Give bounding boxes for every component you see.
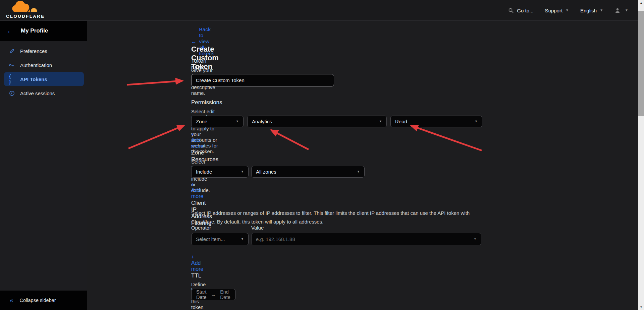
operator-label: Operator <box>191 225 211 231</box>
key-icon <box>9 62 15 68</box>
back-arrow-icon[interactable]: ← <box>7 27 14 35</box>
scrollbar: ▲ ▼ <box>638 0 644 310</box>
goto-label: Go to... <box>517 8 533 13</box>
sidebar-header: ← My Profile <box>0 21 87 41</box>
collapse-label: Collapse sidebar <box>20 298 56 303</box>
sidebar-item-label: API Tokens <box>20 76 47 82</box>
annotation-arrow-analytics <box>271 130 309 149</box>
chevron-down-icon: ▼ <box>475 120 478 123</box>
support-menu[interactable]: Support ▼ <box>545 8 569 13</box>
value-label: Value <box>251 225 264 231</box>
chevron-down-icon: ▼ <box>241 238 244 241</box>
ttl-date-range-picker[interactable]: Start Date → End Date <box>191 289 235 300</box>
topbar: CLOUDFLARE Go to... Support ▼ English ▼ <box>0 0 638 21</box>
clock-icon <box>9 90 15 96</box>
client-ip-add-more-link[interactable]: + Add more <box>191 254 203 272</box>
permission-access-select[interactable]: Read ▼ <box>390 116 482 127</box>
end-date-placeholder: End Date <box>220 289 230 300</box>
chevron-down-icon: ▼ <box>236 120 239 123</box>
client-ip-description: Select IP addresses or ranges of IP addr… <box>191 209 491 226</box>
arrow-right-icon: → <box>211 292 216 297</box>
permission-scope-select[interactable]: Zone ▼ <box>191 116 244 127</box>
sidebar-item-active-sessions[interactable]: Active sessions <box>0 86 87 100</box>
annotation-arrow-read <box>411 126 482 150</box>
topnav: Go to... Support ▼ English ▼ ▼ <box>508 0 628 21</box>
chevron-down-icon: ▼ <box>625 9 628 12</box>
language-label: English <box>580 8 597 13</box>
chevron-down-icon: ▼ <box>566 9 569 12</box>
annotation-arrow-token-name <box>127 81 182 85</box>
goto-search[interactable]: Go to... <box>508 8 533 13</box>
chevron-down-icon: ▼ <box>357 170 360 173</box>
sidebar-item-label: Active sessions <box>20 90 55 96</box>
cloudflare-cloud-icon <box>5 1 45 14</box>
sidebar-title: My Profile <box>21 27 48 34</box>
cloudflare-wordmark: CLOUDFLARE <box>6 14 46 19</box>
zone-resources-add-more-link[interactable]: + Add more <box>191 181 203 199</box>
cloudflare-dashboard: CLOUDFLARE Go to... Support ▼ English ▼ <box>0 0 644 310</box>
search-icon <box>508 8 514 13</box>
permission-group-select[interactable]: Analytics ▼ <box>247 116 387 127</box>
support-label: Support <box>545 8 563 13</box>
scroll-down-button[interactable]: ▼ <box>638 304 644 310</box>
chevron-down-icon: ▼ <box>474 238 477 241</box>
sidebar-item-label: Preferences <box>20 48 47 54</box>
sidebar: ← My Profile Preferences Aut <box>0 21 87 310</box>
scrollbar-thumb[interactable] <box>638 11 644 116</box>
collapse-icon: « <box>10 297 13 304</box>
language-menu[interactable]: English ▼ <box>580 8 603 13</box>
permissions-label: Permissions <box>191 99 222 106</box>
operator-select[interactable]: Select item... ▼ <box>191 233 249 245</box>
sidebar-item-api-tokens[interactable]: { } API Tokens <box>4 72 84 86</box>
ttl-label: TTL <box>191 272 201 279</box>
sidebar-item-preferences[interactable]: Preferences <box>0 44 87 58</box>
account-menu[interactable]: ▼ <box>614 8 628 13</box>
zone-include-select[interactable]: Include ▼ <box>191 166 249 178</box>
annotation-arrows <box>0 0 644 310</box>
ip-value-input[interactable]: e.g. 192.168.1.88 ▼ <box>251 233 481 245</box>
chevron-down-icon: ▼ <box>241 170 244 173</box>
collapse-sidebar-button[interactable]: « Collapse sidebar <box>0 291 87 310</box>
token-name-input[interactable] <box>191 74 334 86</box>
scroll-up-button[interactable]: ▲ <box>638 0 644 6</box>
sidebar-item-label: Authentication <box>20 62 52 68</box>
permissions-add-more-link[interactable]: + Add more <box>191 131 203 149</box>
braces-icon: { } <box>9 76 15 82</box>
back-arrow-icon: ← <box>191 39 197 45</box>
start-date-placeholder: Start Date <box>196 289 207 300</box>
cloudflare-logo[interactable]: CLOUDFLARE <box>5 1 46 20</box>
annotation-arrow-zone <box>128 125 184 148</box>
sidebar-item-authentication[interactable]: Authentication <box>0 58 87 72</box>
user-icon <box>614 8 621 13</box>
chevron-down-icon: ▼ <box>379 120 382 123</box>
chevron-down-icon: ▼ <box>600 9 603 12</box>
sidebar-nav: Preferences Authentication { } API Token… <box>0 44 87 100</box>
pencil-icon <box>9 48 15 54</box>
zone-scope-select[interactable]: All zones ▼ <box>251 166 365 178</box>
